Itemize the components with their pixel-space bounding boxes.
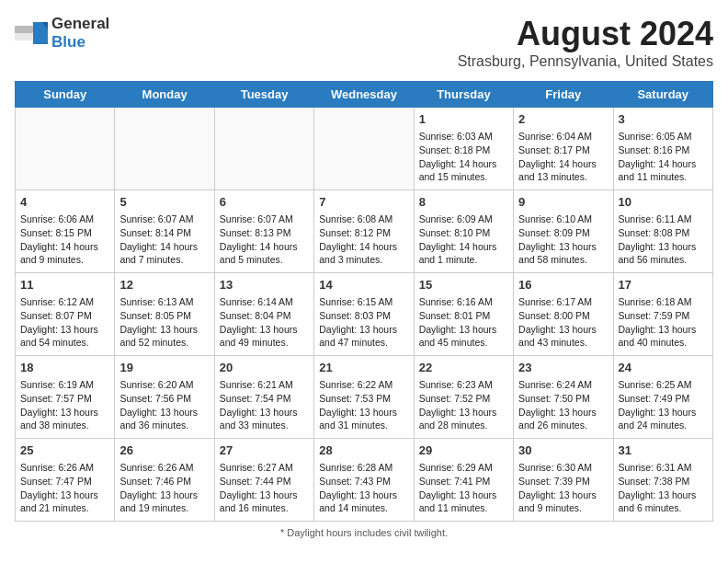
calendar-day-cell: 6Sunrise: 6:07 AM Sunset: 8:13 PM Daylig… [214,190,313,273]
calendar-day-cell: 23Sunrise: 6:24 AM Sunset: 7:50 PM Dayli… [514,356,613,439]
calendar-day-cell: 9Sunrise: 6:10 AM Sunset: 8:09 PM Daylig… [514,190,613,273]
calendar-day-header: Monday [115,82,214,108]
day-info: Sunrise: 6:23 AM Sunset: 7:52 PM Dayligh… [419,378,508,432]
day-number: 7 [319,194,408,211]
day-info: Sunrise: 6:11 AM Sunset: 8:08 PM Dayligh… [619,213,708,267]
day-number: 23 [518,360,608,376]
day-info: Sunrise: 6:06 AM Sunset: 8:15 PM Dayligh… [20,213,109,267]
day-info: Sunrise: 6:29 AM Sunset: 7:41 PM Dayligh… [419,461,508,515]
calendar-week-row: 1Sunrise: 6:03 AM Sunset: 8:18 PM Daylig… [16,108,713,190]
calendar-day-cell: 17Sunrise: 6:18 AM Sunset: 7:59 PM Dayli… [613,273,712,356]
day-info: Sunrise: 6:22 AM Sunset: 7:53 PM Dayligh… [319,378,408,432]
day-number: 9 [518,194,608,211]
calendar-day-header: Saturday [613,82,712,108]
day-info: Sunrise: 6:30 AM Sunset: 7:39 PM Dayligh… [518,461,608,515]
day-info: Sunrise: 6:18 AM Sunset: 7:59 PM Dayligh… [619,295,708,350]
calendar-day-cell: 3Sunrise: 6:05 AM Sunset: 8:16 PM Daylig… [613,108,712,190]
logo-blue-text: Blue [51,33,85,51]
calendar-day-cell: 28Sunrise: 6:28 AM Sunset: 7:43 PM Dayli… [314,439,414,522]
calendar-day-header: Tuesday [214,82,313,108]
day-number: 29 [419,442,508,459]
day-number: 27 [220,442,309,459]
calendar-day-cell: 8Sunrise: 6:09 AM Sunset: 8:10 PM Daylig… [414,190,513,273]
day-info: Sunrise: 6:16 AM Sunset: 8:01 PM Dayligh… [419,295,508,350]
day-number: 28 [319,442,408,459]
day-number: 15 [419,277,508,293]
day-number: 2 [518,111,608,128]
calendar-day-cell: 1Sunrise: 6:03 AM Sunset: 8:18 PM Daylig… [414,108,513,190]
calendar-day-header: Thursday [414,82,513,108]
day-number: 14 [319,277,408,293]
day-info: Sunrise: 6:13 AM Sunset: 8:05 PM Dayligh… [119,295,209,350]
calendar-day-cell: 20Sunrise: 6:21 AM Sunset: 7:54 PM Dayli… [214,356,313,439]
day-info: Sunrise: 6:09 AM Sunset: 8:10 PM Dayligh… [419,213,508,267]
daylight-note: * Daylight hours includes civil twilight… [15,527,713,538]
day-number: 17 [619,277,708,293]
day-number: 4 [20,194,109,211]
calendar-day-cell: 26Sunrise: 6:26 AM Sunset: 7:46 PM Dayli… [115,439,214,522]
calendar-header-row: SundayMondayTuesdayWednesdayThursdayFrid… [16,82,713,108]
day-info: Sunrise: 6:14 AM Sunset: 8:04 PM Dayligh… [220,295,309,350]
calendar-day-cell: 16Sunrise: 6:17 AM Sunset: 8:00 PM Dayli… [514,273,613,356]
day-number: 13 [220,277,309,293]
calendar-day-cell [115,108,214,190]
day-info: Sunrise: 6:25 AM Sunset: 7:49 PM Dayligh… [619,378,708,432]
day-number: 12 [119,277,209,293]
day-number: 5 [119,194,209,211]
calendar-week-row: 25Sunrise: 6:26 AM Sunset: 7:47 PM Dayli… [16,439,713,522]
day-info: Sunrise: 6:07 AM Sunset: 8:14 PM Dayligh… [119,213,209,267]
day-number: 26 [119,442,209,459]
calendar-day-cell: 29Sunrise: 6:29 AM Sunset: 7:41 PM Dayli… [414,439,513,522]
day-info: Sunrise: 6:28 AM Sunset: 7:43 PM Dayligh… [319,461,408,515]
calendar-day-header: Sunday [16,82,115,108]
month-year: August 2024 [458,15,713,53]
day-number: 25 [20,442,109,459]
calendar: SundayMondayTuesdayWednesdayThursdayFrid… [15,81,713,522]
day-info: Sunrise: 6:17 AM Sunset: 8:00 PM Dayligh… [518,295,608,350]
logo-general-text: General [51,15,109,32]
calendar-day-cell: 11Sunrise: 6:12 AM Sunset: 8:07 PM Dayli… [16,273,115,356]
header: General Blue August 2024 Strasburg, Penn… [15,15,713,70]
calendar-day-cell: 14Sunrise: 6:15 AM Sunset: 8:03 PM Dayli… [314,273,414,356]
calendar-day-cell: 13Sunrise: 6:14 AM Sunset: 8:04 PM Dayli… [214,273,313,356]
day-number: 18 [20,360,109,376]
calendar-day-cell: 2Sunrise: 6:04 AM Sunset: 8:17 PM Daylig… [514,108,613,190]
calendar-day-header: Friday [514,82,613,108]
day-number: 20 [220,360,309,376]
day-number: 22 [419,360,508,376]
day-number: 21 [319,360,408,376]
calendar-day-cell: 4Sunrise: 6:06 AM Sunset: 8:15 PM Daylig… [16,190,115,273]
day-info: Sunrise: 6:19 AM Sunset: 7:57 PM Dayligh… [20,378,109,432]
day-info: Sunrise: 6:20 AM Sunset: 7:56 PM Dayligh… [119,378,209,432]
day-info: Sunrise: 6:03 AM Sunset: 8:18 PM Dayligh… [419,130,508,184]
day-info: Sunrise: 6:26 AM Sunset: 7:47 PM Dayligh… [20,461,109,515]
calendar-day-header: Wednesday [314,82,414,108]
day-number: 30 [518,442,608,459]
calendar-day-cell: 5Sunrise: 6:07 AM Sunset: 8:14 PM Daylig… [115,190,214,273]
calendar-day-cell: 31Sunrise: 6:31 AM Sunset: 7:38 PM Dayli… [613,439,712,522]
day-info: Sunrise: 6:08 AM Sunset: 8:12 PM Dayligh… [319,213,408,267]
day-info: Sunrise: 6:21 AM Sunset: 7:54 PM Dayligh… [220,378,309,432]
calendar-day-cell: 10Sunrise: 6:11 AM Sunset: 8:08 PM Dayli… [613,190,712,273]
calendar-day-cell: 15Sunrise: 6:16 AM Sunset: 8:01 PM Dayli… [414,273,513,356]
day-number: 16 [518,277,608,293]
day-number: 19 [119,360,209,376]
calendar-day-cell: 18Sunrise: 6:19 AM Sunset: 7:57 PM Dayli… [16,356,115,439]
day-info: Sunrise: 6:15 AM Sunset: 8:03 PM Dayligh… [319,295,408,350]
day-info: Sunrise: 6:26 AM Sunset: 7:46 PM Dayligh… [119,461,209,515]
logo: General Blue [15,15,109,52]
day-number: 24 [619,360,708,376]
day-number: 8 [419,194,508,211]
day-info: Sunrise: 6:12 AM Sunset: 8:07 PM Dayligh… [20,295,109,350]
calendar-day-cell: 30Sunrise: 6:30 AM Sunset: 7:39 PM Dayli… [514,439,613,522]
location: Strasburg, Pennsylvania, United States [458,53,713,70]
day-number: 1 [419,111,508,128]
calendar-day-cell [314,108,414,190]
day-info: Sunrise: 6:07 AM Sunset: 8:13 PM Dayligh… [220,213,309,267]
calendar-day-cell: 21Sunrise: 6:22 AM Sunset: 7:53 PM Dayli… [314,356,414,439]
day-info: Sunrise: 6:31 AM Sunset: 7:38 PM Dayligh… [619,461,708,515]
day-info: Sunrise: 6:27 AM Sunset: 7:44 PM Dayligh… [220,461,309,515]
day-number: 10 [619,194,708,211]
calendar-day-cell: 27Sunrise: 6:27 AM Sunset: 7:44 PM Dayli… [214,439,313,522]
day-number: 3 [619,111,708,128]
